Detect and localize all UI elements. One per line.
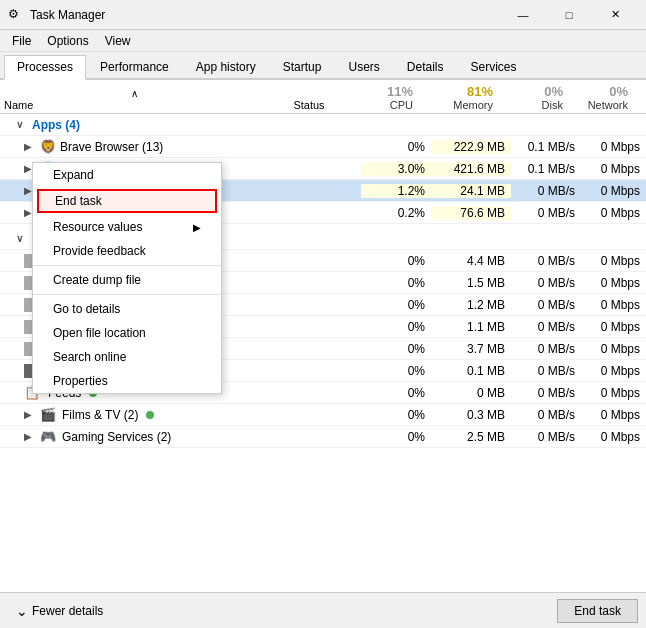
row-name: Films & TV (2) — [62, 408, 138, 422]
cell-disk: 0 MB/s — [511, 342, 581, 356]
col-mem-pct: 81% — [467, 84, 493, 99]
green-status-dot — [146, 411, 154, 419]
cell-disk: 0 MB/s — [511, 254, 581, 268]
cell-disk: 0 MB/s — [511, 320, 581, 334]
tab-details[interactable]: Details — [394, 55, 457, 78]
col-cpu-label[interactable]: CPU — [390, 99, 413, 111]
end-task-button[interactable]: End task — [557, 599, 638, 623]
cell-cpu: 3.0% — [361, 162, 431, 176]
cell-net: 0 Mbps — [581, 364, 646, 378]
cell-cpu: 0% — [361, 140, 431, 154]
col-name-label[interactable]: Name — [4, 99, 265, 111]
fewer-details-arrow: ⌄ — [16, 603, 28, 619]
cell-net: 0 Mbps — [581, 320, 646, 334]
cell-cpu: 0% — [361, 298, 431, 312]
cell-mem: 4.4 MB — [431, 254, 511, 268]
tab-performance[interactable]: Performance — [87, 55, 182, 78]
cell-cpu: 0% — [361, 254, 431, 268]
table-row[interactable]: ▶🎬Films & TV (2) 0% 0.3 MB 0 MB/s 0 Mbps — [0, 404, 646, 426]
cell-net: 0 Mbps — [581, 206, 646, 220]
cell-mem: 24.1 MB — [431, 184, 511, 198]
table-row[interactable]: ▶🎮Gaming Services (2) 0% 2.5 MB 0 MB/s 0… — [0, 426, 646, 448]
cell-disk: 0 MB/s — [511, 206, 581, 220]
ctx-submenu-arrow: ▶ — [193, 222, 201, 233]
col-net-pct: 0% — [609, 84, 628, 99]
cell-mem: 1.1 MB — [431, 320, 511, 334]
minimize-button[interactable]: — — [500, 0, 546, 30]
cell-disk: 0 MB/s — [511, 184, 581, 198]
ctx-expand[interactable]: Expand — [33, 163, 221, 187]
expand-arrow[interactable]: ▶ — [24, 431, 36, 442]
fewer-details-button[interactable]: ⌄ Fewer details — [8, 599, 111, 623]
cell-net: 0 Mbps — [581, 386, 646, 400]
col-disk-pct: 0% — [544, 84, 563, 99]
cell-net: 0 Mbps — [581, 140, 646, 154]
cell-cpu: 0% — [361, 408, 431, 422]
col-status-label[interactable]: Status — [293, 99, 324, 111]
cell-net: 0 Mbps — [581, 276, 646, 290]
ctx-search-online[interactable]: Search online — [33, 345, 221, 369]
column-headers: ∧ Name Status 11% CPU 81% Memory 0% Disk… — [0, 80, 646, 114]
ctx-properties[interactable]: Properties — [33, 369, 221, 393]
row-name: Brave Browser (13) — [60, 140, 163, 154]
ctx-open-file-label: Open file location — [53, 326, 146, 340]
tab-bar: Processes Performance App history Startu… — [0, 52, 646, 80]
section-apps-label: Apps (4) — [32, 118, 80, 132]
col-cpu-pct: 11% — [387, 84, 413, 99]
section-apps[interactable]: ∨Apps (4) — [0, 114, 646, 136]
expand-arrow[interactable]: ▶ — [24, 409, 36, 420]
ctx-resource-values[interactable]: Resource values ▶ — [33, 215, 221, 239]
menu-options[interactable]: Options — [39, 32, 96, 50]
tab-app-history[interactable]: App history — [183, 55, 269, 78]
cell-mem: 0.3 MB — [431, 408, 511, 422]
ctx-go-to-details[interactable]: Go to details — [33, 297, 221, 321]
cell-net: 0 Mbps — [581, 162, 646, 176]
menu-bar: File Options View — [0, 30, 646, 52]
col-mem-label[interactable]: Memory — [453, 99, 493, 111]
sort-arrow: ∧ — [4, 88, 265, 99]
cell-mem: 0.1 MB — [431, 364, 511, 378]
cell-mem: 1.2 MB — [431, 298, 511, 312]
tab-startup[interactable]: Startup — [270, 55, 335, 78]
close-button[interactable]: ✕ — [592, 0, 638, 30]
bottom-bar: ⌄ Fewer details End task — [0, 592, 646, 628]
cell-net: 0 Mbps — [581, 184, 646, 198]
ctx-properties-label: Properties — [53, 374, 108, 388]
ctx-create-dump-label: Create dump file — [53, 273, 141, 287]
ctx-provide-feedback[interactable]: Provide feedback — [33, 239, 221, 263]
col-disk-label[interactable]: Disk — [542, 99, 563, 111]
cell-disk: 0.1 MB/s — [511, 162, 581, 176]
cell-disk: 0 MB/s — [511, 430, 581, 444]
window-title: Task Manager — [30, 8, 105, 22]
cell-cpu: 0% — [361, 342, 431, 356]
tab-services[interactable]: Services — [458, 55, 530, 78]
cell-mem: 1.5 MB — [431, 276, 511, 290]
ctx-expand-label: Expand — [53, 168, 94, 182]
cell-mem: 421.6 MB — [431, 162, 511, 176]
cell-net: 0 Mbps — [581, 254, 646, 268]
cell-disk: 0 MB/s — [511, 364, 581, 378]
cell-cpu: 0% — [361, 386, 431, 400]
col-net-label[interactable]: Network — [588, 99, 628, 111]
cell-cpu: 1.2% — [361, 184, 431, 198]
ctx-end-task[interactable]: End task — [37, 189, 217, 213]
fewer-details-label: Fewer details — [32, 604, 103, 618]
cell-mem: 76.6 MB — [431, 206, 511, 220]
cell-cpu: 0% — [361, 364, 431, 378]
expand-arrow[interactable]: ▶ — [24, 141, 36, 152]
maximize-button[interactable]: □ — [546, 0, 592, 30]
ctx-create-dump[interactable]: Create dump file — [33, 268, 221, 292]
ctx-separator — [33, 265, 221, 266]
tab-users[interactable]: Users — [335, 55, 392, 78]
menu-view[interactable]: View — [97, 32, 139, 50]
table-row[interactable]: ▶🦁Brave Browser (13) 0% 222.9 MB 0.1 MB/… — [0, 136, 646, 158]
cell-net: 0 Mbps — [581, 430, 646, 444]
ctx-open-file-location[interactable]: Open file location — [33, 321, 221, 345]
tab-processes[interactable]: Processes — [4, 55, 86, 80]
app-icon: ⚙ — [8, 7, 24, 23]
menu-file[interactable]: File — [4, 32, 39, 50]
cell-disk: 0 MB/s — [511, 408, 581, 422]
cell-disk: 0.1 MB/s — [511, 140, 581, 154]
cell-disk: 0 MB/s — [511, 386, 581, 400]
row-name: Gaming Services (2) — [62, 430, 171, 444]
